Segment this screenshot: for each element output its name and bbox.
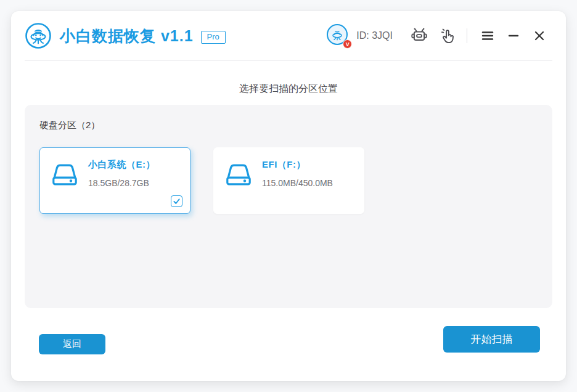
partition-name: 小白系统（E:） [88, 159, 155, 171]
divider [467, 28, 467, 43]
partition-name: EFI（F:） [262, 159, 333, 171]
vip-badge: V [343, 39, 352, 49]
partition-panel: 硬盘分区（2） 小白系统（E:） 18.5GB/28.7GB [25, 105, 552, 308]
menu-icon[interactable] [480, 28, 495, 43]
close-icon[interactable] [532, 28, 547, 43]
app-title: 小白数据恢复 v1.1 [60, 26, 194, 46]
start-scan-button[interactable]: 开始扫描 [443, 326, 540, 353]
partition-checkbox[interactable] [171, 195, 182, 207]
partition-card[interactable]: 小白系统（E:） 18.5GB/28.7GB [39, 147, 190, 214]
drive-icon [224, 161, 253, 189]
title-bar: 小白数据恢复 v1.1 Pro V ID: 3JQI [11, 11, 566, 60]
touch-icon[interactable] [439, 27, 456, 44]
robot-icon[interactable] [411, 27, 428, 44]
drive-icon [50, 161, 80, 189]
partition-card-list: 小白系统（E:） 18.5GB/28.7GB EFI（F:） 11 [39, 147, 538, 214]
app-logo-icon [25, 22, 52, 49]
pro-badge: Pro [201, 31, 226, 44]
partition-size: 18.5GB/28.7GB [88, 178, 155, 188]
panel-label: 硬盘分区（2） [39, 120, 538, 131]
user-id: ID: 3JQI [356, 30, 393, 41]
partition-card[interactable]: EFI（F:） 115.0MB/450.0MB [213, 147, 364, 214]
app-window: 小白数据恢复 v1.1 Pro V ID: 3JQI [11, 11, 566, 381]
user-avatar[interactable]: V [327, 24, 350, 47]
page-title: 选择要扫描的分区位置 [11, 83, 566, 96]
partition-size: 115.0MB/450.0MB [262, 178, 333, 188]
header-divider [25, 60, 552, 61]
back-button[interactable]: 返回 [39, 334, 105, 354]
minimize-icon[interactable] [506, 28, 521, 43]
